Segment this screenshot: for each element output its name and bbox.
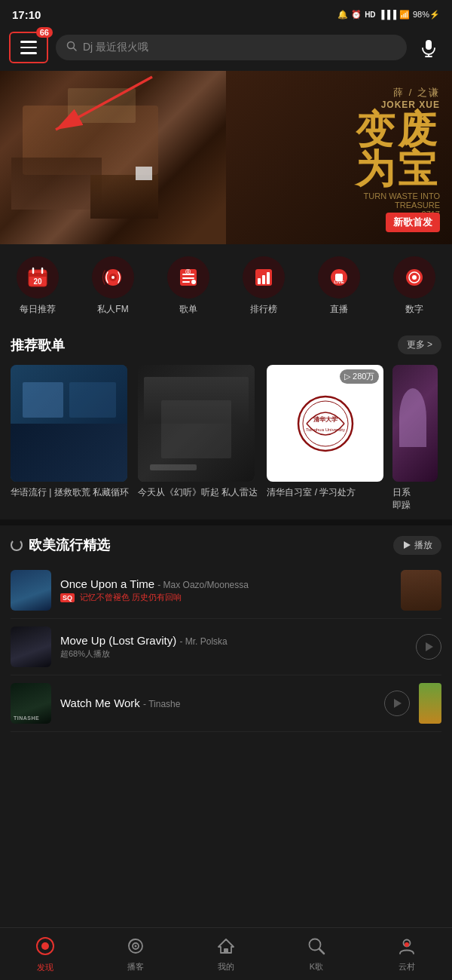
banner-title-line1: 变废 (356, 110, 440, 149)
menu-line-3 (20, 52, 37, 54)
quick-label-playlist: 歌单 (179, 303, 197, 316)
song-sub-1: SQ 记忆不曾褪色 历史仍有回响 (60, 592, 392, 603)
section-divider (0, 519, 452, 525)
playlist-card-title-2: 今天从《幻听》听起 私人雷达 (138, 486, 258, 499)
play-all-button[interactable]: 播放 (393, 536, 441, 555)
song-item-2[interactable]: Move Up (Lost Gravity) - Mr. Polska 超68%… (11, 619, 441, 675)
banner-text: 薛 / 之谦 JOKER XUE 变废 为宝 TURN WASTE INTO T… (356, 86, 440, 219)
playlist-card-title-1: 华语流行 | 拯救歌荒 私藏循环 (11, 486, 129, 499)
quick-label-fm: 私人FM (97, 303, 128, 316)
quick-access-row: 20 每日推荐 私人FM (0, 244, 452, 323)
svg-rect-8 (29, 273, 47, 277)
quick-item-playlist[interactable]: ⓪ 歌单 (151, 256, 226, 316)
nav-label-karaoke: K歌 (310, 961, 323, 972)
banner-subtitle-2: TREASURE (356, 201, 440, 210)
status-bar: 17:10 🔔 ⏰ HD ▐▐▐ 📶 98%⚡ (0, 0, 452, 27)
song-item-1[interactable]: Once Upon a Time - Max Oazo/Moonessa SQ … (11, 562, 441, 619)
village-notification-dot (405, 942, 409, 947)
playlist-card-4[interactable]: 日系即躁 (392, 365, 438, 512)
recommend-section: 推荐歌单 更多 > 华语流行 | 拯救歌荒 私藏循环 (0, 323, 452, 519)
quick-item-daily[interactable]: 20 每日推荐 (0, 256, 75, 316)
discover-icon (35, 936, 56, 960)
quick-icon-playlist: ⓪ (167, 256, 209, 299)
karaoke-icon (307, 936, 326, 959)
song-title-1: Once Upon a Time - Max Oazo/Moonessa (60, 577, 392, 590)
svg-marker-35 (404, 541, 411, 549)
song-right-thumb-1 (401, 570, 441, 611)
nav-label-podcaster: 播客 (127, 961, 144, 972)
podcaster-icon (126, 936, 145, 959)
village-icon-wrapper (397, 936, 417, 959)
battery-icon: 98%⚡ (413, 10, 440, 20)
menu-button[interactable]: 66 (9, 32, 48, 63)
nav-label-village: 云村 (399, 961, 415, 972)
song-title-3: Watch Me Work - Tinashe (60, 697, 375, 709)
quick-item-live[interactable]: LIVE 直播 (301, 256, 377, 316)
svg-text:LIVE: LIVE (334, 280, 344, 284)
svg-rect-24 (267, 272, 270, 284)
playlist-card-2[interactable]: 今天从《幻听》听起 私人雷达 (138, 365, 258, 512)
svg-point-14 (111, 276, 115, 279)
song-play-button-2[interactable] (416, 634, 441, 660)
song-thumb-1 (11, 570, 51, 611)
quick-item-digital[interactable]: 数字 (377, 256, 452, 316)
signal-bars-icon: ▐▐▐ (379, 10, 396, 19)
eu-header: 欧美流行精选 播放 (11, 536, 441, 555)
song-info-3: Watch Me Work - Tinashe (60, 697, 375, 709)
search-placeholder: Dj 最近很火哦 (83, 41, 148, 54)
song-title-2: Move Up (Lost Gravity) - Mr. Polska (60, 634, 407, 647)
eu-section: 欧美流行精选 播放 Once Upon a Time - Max Oazo/Mo… (0, 525, 452, 732)
svg-marker-37 (394, 699, 402, 708)
song-play-button-3[interactable] (384, 691, 410, 716)
nav-item-podcaster[interactable]: 播客 (90, 930, 181, 978)
bottom-spacer (0, 732, 452, 747)
quick-icon-digital (393, 256, 435, 299)
quick-icon-chart (243, 256, 285, 299)
song-right-thumb-3 (419, 683, 441, 724)
nav-item-mine[interactable]: 我的 (181, 930, 271, 978)
song-info-2: Move Up (Lost Gravity) - Mr. Polska 超68%… (60, 634, 407, 660)
playlist-card-title-3: 清华自习室 / 学习处方 (267, 486, 383, 499)
svg-point-32 (303, 401, 348, 446)
nav-item-village[interactable]: 云村 (362, 930, 452, 978)
song-thumb-3: TINASHE (11, 683, 51, 724)
svg-point-31 (298, 397, 353, 451)
song-sub-2: 超68%人播放 (60, 648, 407, 660)
playlist-row: 华语流行 | 拯救歌荒 私藏循环 今天从《幻听》听起 私人雷达 ▷280万 (11, 365, 441, 512)
nav-item-discover[interactable]: 发现 (0, 929, 90, 979)
svg-text:清华大学: 清华大学 (313, 416, 337, 423)
playlist-card-1[interactable]: 华语流行 | 拯救歌荒 私藏循环 (11, 365, 129, 512)
quick-label-daily: 每日推荐 (20, 303, 56, 316)
notification-icon: 🔔 (337, 10, 348, 20)
quick-item-fm[interactable]: 私人FM (75, 256, 151, 316)
playlist-card-3[interactable]: ▷280万 清华大学 Tsinghua University (267, 365, 383, 512)
search-bar[interactable]: Dj 最近很火哦 (56, 35, 407, 60)
status-icons: 🔔 ⏰ HD ▐▐▐ 📶 98%⚡ (337, 10, 440, 20)
svg-point-30 (412, 275, 417, 280)
quick-label-chart: 排行榜 (250, 303, 277, 316)
more-button[interactable]: 更多 > (398, 335, 441, 354)
banner-new-song-badge: 新歌首发 (386, 213, 440, 232)
svg-text:⓪: ⓪ (185, 268, 191, 274)
header: 66 Dj 最近很火哦 (0, 27, 452, 71)
quick-icon-fm (92, 256, 134, 299)
svg-line-1 (74, 48, 77, 51)
eu-title-row: 欧美流行精选 (11, 536, 110, 554)
playlist-card-title-4: 日系即躁 (392, 486, 438, 512)
nav-item-karaoke[interactable]: K歌 (271, 930, 362, 978)
menu-line-2 (20, 47, 37, 49)
svg-point-19 (191, 280, 196, 284)
quick-icon-daily: 20 (17, 256, 59, 299)
svg-point-39 (41, 942, 49, 950)
svg-text:20: 20 (33, 277, 42, 286)
playlist-thumb-3: ▷280万 清华大学 Tsinghua University (267, 365, 383, 482)
quick-item-chart[interactable]: 排行榜 (226, 256, 301, 316)
play-count-badge: ▷280万 (340, 369, 379, 384)
mic-button[interactable] (414, 33, 443, 62)
svg-marker-36 (426, 642, 433, 651)
quick-label-digital: 数字 (405, 303, 423, 316)
banner[interactable]: 薛 / 之谦 JOKER XUE 变废 为宝 TURN WASTE INTO T… (0, 71, 452, 244)
quick-label-live: 直播 (330, 303, 348, 316)
alarm-icon: ⏰ (351, 10, 362, 20)
song-item-3[interactable]: TINASHE Watch Me Work - Tinashe (11, 675, 441, 732)
